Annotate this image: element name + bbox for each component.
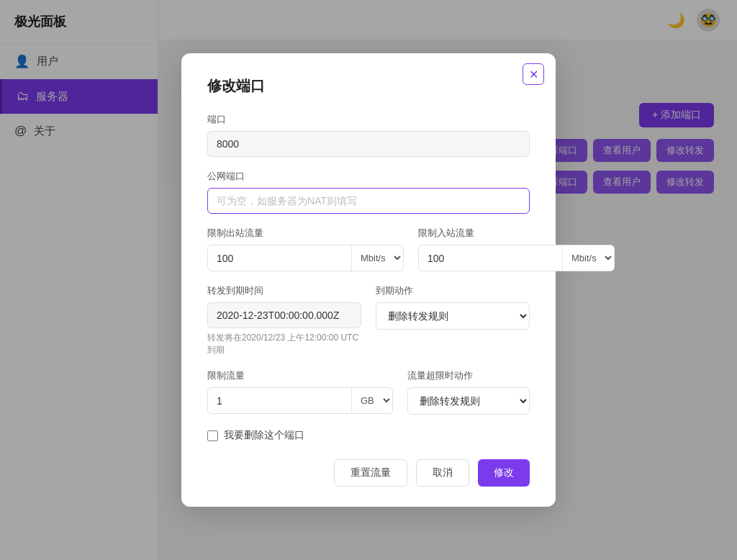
traffic-limit-row: 限制出站流量 Mbit/s Kbit/s Gbit/s 限制入站流量 Mbit/…: [207, 227, 530, 271]
public-port-group: 公网端口: [207, 170, 530, 214]
modal: ✕ 修改端口 端口 公网端口 限制出站流量 Mbit/s Kbit/s Gbit…: [181, 53, 556, 507]
outbound-group: 限制出站流量 Mbit/s Kbit/s Gbit/s: [207, 227, 404, 271]
inbound-group: 限制入站流量 Mbit/s Kbit/s Gbit/s: [418, 227, 615, 271]
traffic-unit-select[interactable]: GB MB TB: [351, 388, 392, 413]
port-input[interactable]: [207, 131, 530, 157]
traffic-action-group: 流量超限时动作 删除转发规则 暂停转发 不做操作: [407, 369, 530, 415]
expiry-time-input[interactable]: [207, 302, 361, 328]
traffic-action-label: 流量超限时动作: [407, 369, 530, 382]
outbound-input[interactable]: [208, 246, 351, 271]
cancel-button[interactable]: 取消: [416, 459, 469, 487]
inbound-input-group: Mbit/s Kbit/s Gbit/s: [418, 245, 615, 271]
expiry-action-label: 到期动作: [376, 284, 530, 297]
modal-footer: 重置流量 取消 修改: [207, 459, 530, 487]
inbound-unit-select[interactable]: Mbit/s Kbit/s Gbit/s: [562, 245, 614, 271]
public-port-input[interactable]: [207, 188, 530, 214]
expiry-row: 转发到期时间 转发将在2020/12/23 上午12:00:00 UTC 到期 …: [207, 284, 530, 356]
outbound-input-group: Mbit/s Kbit/s Gbit/s: [207, 245, 404, 271]
traffic-limit-label: 限制流量: [207, 369, 393, 382]
expiry-time-group: 转发到期时间 转发将在2020/12/23 上午12:00:00 UTC 到期: [207, 284, 361, 356]
delete-port-label[interactable]: 我要删除这个端口: [224, 429, 304, 442]
traffic-row: 限制流量 GB MB TB 流量超限时动作 删除转发规则 暂停转发 不做操作: [207, 369, 530, 415]
outbound-label: 限制出站流量: [207, 227, 404, 240]
modal-close-button[interactable]: ✕: [523, 63, 544, 85]
submit-button[interactable]: 修改: [478, 459, 530, 487]
expiry-action-group: 到期动作 删除转发规则 暂停转发 不做操作: [376, 284, 530, 356]
traffic-limit-input-group: GB MB TB: [207, 387, 393, 414]
delete-port-checkbox[interactable]: [207, 430, 218, 441]
inbound-label: 限制入站流量: [418, 227, 615, 240]
modal-title: 修改端口: [207, 76, 530, 96]
expiry-action-select[interactable]: 删除转发规则 暂停转发 不做操作: [376, 302, 530, 330]
expiry-hint: 转发将在2020/12/23 上午12:00:00 UTC 到期: [207, 332, 361, 356]
modal-overlay: ✕ 修改端口 端口 公网端口 限制出站流量 Mbit/s Kbit/s Gbit…: [0, 0, 737, 560]
outbound-unit-select[interactable]: Mbit/s Kbit/s Gbit/s: [351, 245, 403, 271]
delete-checkbox-row: 我要删除这个端口: [207, 429, 530, 442]
inbound-input[interactable]: [419, 246, 562, 271]
traffic-limit-input[interactable]: [208, 389, 351, 413]
port-group: 端口: [207, 113, 530, 157]
expiry-time-label: 转发到期时间: [207, 284, 361, 297]
reset-traffic-button[interactable]: 重置流量: [334, 459, 407, 487]
traffic-action-select[interactable]: 删除转发规则 暂停转发 不做操作: [407, 387, 530, 415]
public-port-label: 公网端口: [207, 170, 530, 183]
traffic-limit-group: 限制流量 GB MB TB: [207, 369, 393, 415]
port-label: 端口: [207, 113, 530, 126]
